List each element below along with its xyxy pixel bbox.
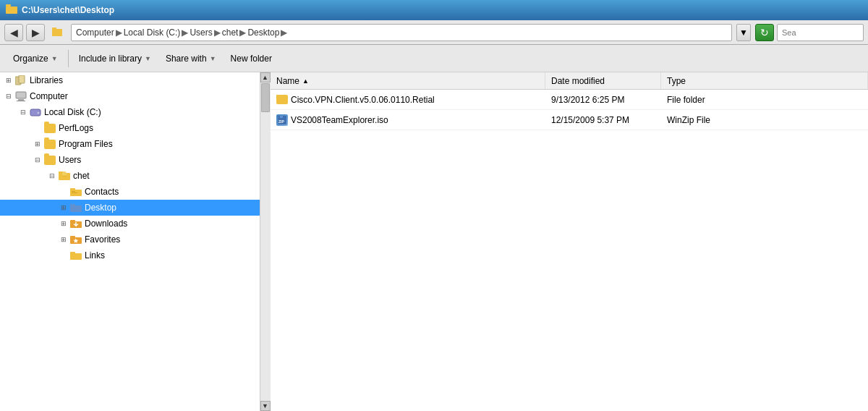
svg-rect-1 — [6, 4, 11, 7]
title-icon — [6, 4, 17, 17]
crumb-desktop[interactable]: Desktop — [247, 27, 279, 38]
share-with-button[interactable]: Share with ▼ — [158, 48, 224, 69]
share-with-arrow: ▼ — [210, 55, 216, 62]
svg-rect-21 — [70, 220, 75, 223]
expander-program-files[interactable]: ⊞ — [32, 138, 43, 150]
svg-rect-16 — [72, 191, 75, 192]
downloads-label: Downloads — [85, 219, 127, 229]
file-type-1: WinZip File — [661, 115, 868, 125]
sidebar-item-links[interactable]: ⊞ Links — [0, 247, 260, 263]
column-headers: Name ▲ Date modified Type — [271, 72, 868, 90]
expander-downloads[interactable]: ⊞ — [58, 218, 69, 229]
organize-button[interactable]: Organize ▼ — [6, 48, 65, 69]
svg-point-10 — [38, 111, 40, 114]
sidebar-item-computer[interactable]: ⊟ Computer — [0, 88, 260, 104]
title-bar: C:\Users\chet\Desktop — [0, 0, 868, 20]
expander-favorites[interactable]: ⊞ — [58, 234, 69, 245]
include-library-label: Include in library — [79, 54, 142, 64]
expander-computer[interactable]: ⊟ — [3, 90, 14, 102]
sidebar-item-users[interactable]: ⊟ Users — [0, 152, 260, 168]
crumb-chet[interactable]: chet — [222, 27, 239, 38]
program-files-label: Program Files — [59, 139, 113, 149]
expander-libraries[interactable]: ⊞ — [3, 75, 14, 86]
crumb-users[interactable]: Users — [190, 27, 212, 38]
sidebar-item-local-disk[interactable]: ⊟ Local Disk (C:) — [0, 104, 260, 120]
crumb-computer[interactable]: Computer — [76, 27, 114, 38]
new-folder-button[interactable]: New folder — [224, 48, 279, 69]
window-title: C:\Users\chet\Desktop — [22, 5, 114, 15]
program-files-icon — [43, 138, 56, 150]
svg-rect-17 — [72, 192, 77, 193]
include-library-button[interactable]: Include in library ▼ — [72, 48, 158, 69]
expander-chet[interactable]: ⊟ — [46, 170, 58, 182]
svg-rect-7 — [18, 99, 24, 101]
scroll-up-arrow[interactable]: ▲ — [260, 72, 271, 82]
chet-label: chet — [73, 171, 90, 181]
sidebar-item-contacts[interactable]: ⊞ Contacts — [0, 184, 260, 200]
file-panel: ▲ ▼ Name ▲ Date modified — [260, 72, 868, 411]
file-name-1: ZIP VS2008TeamExplorer.iso — [271, 114, 545, 126]
sidebar-item-perflogs[interactable]: ⊞ PerfLogs — [0, 120, 260, 136]
address-dropdown[interactable]: ▼ — [736, 24, 751, 41]
scroll-track[interactable] — [260, 82, 271, 401]
toolbar-divider-1 — [68, 50, 69, 67]
local-disk-icon — [29, 106, 42, 118]
search-input[interactable] — [777, 24, 864, 41]
refresh-button[interactable]: ↻ — [755, 24, 774, 41]
users-label: Users — [59, 155, 81, 165]
svg-rect-6 — [16, 92, 26, 98]
back-button[interactable]: ◀ — [4, 24, 23, 41]
file-name-label-0: Cisco.VPN.Client.v5.0.06.0110.Retial — [291, 95, 435, 105]
table-row[interactable]: ZIP VS2008TeamExplorer.iso 12/15/2009 5:… — [271, 110, 868, 130]
sidebar-item-program-files[interactable]: ⊞ Program Files — [0, 136, 260, 152]
forward-button[interactable]: ▶ — [26, 24, 45, 41]
file-name-0: Cisco.VPN.Client.v5.0.06.0110.Retial — [271, 95, 545, 105]
col-header-type[interactable]: Type — [661, 72, 868, 89]
file-type-0: File folder — [661, 95, 868, 105]
sidebar: ⊞ Libraries ⊟ Computer ⊟ — [0, 72, 260, 411]
scroll-down-arrow[interactable]: ▼ — [260, 401, 271, 411]
col-type-label: Type — [667, 76, 686, 86]
svg-rect-3 — [52, 27, 56, 30]
svg-rect-8 — [17, 101, 25, 101]
desktop-icon — [69, 202, 82, 213]
address-bar: ◀ ▶ Computer ▶ Local Disk (C:) ▶ Users ▶… — [0, 20, 868, 45]
col-name-label: Name — [276, 76, 299, 86]
file-rows: Cisco.VPN.Client.v5.0.06.0110.Retial 9/1… — [271, 90, 868, 411]
svg-rect-19 — [70, 204, 75, 207]
libraries-label: Libraries — [30, 75, 63, 85]
favorites-icon — [69, 234, 82, 245]
links-icon — [69, 250, 82, 261]
local-disk-label: Local Disk (C:) — [44, 107, 101, 117]
address-path[interactable]: Computer ▶ Local Disk (C:) ▶ Users ▶ che… — [71, 24, 732, 41]
svg-point-13 — [62, 171, 67, 176]
expander-local-disk[interactable]: ⊟ — [17, 106, 29, 118]
main-content: ⊞ Libraries ⊟ Computer ⊟ — [0, 72, 868, 411]
users-icon — [43, 154, 56, 166]
col-header-date[interactable]: Date modified — [545, 72, 661, 89]
scroll-thumb[interactable] — [261, 83, 270, 112]
col-header-name[interactable]: Name ▲ — [271, 72, 545, 89]
file-date-0: 9/13/2012 6:25 PM — [545, 95, 661, 105]
svg-rect-15 — [70, 188, 75, 191]
organize-label: Organize — [13, 54, 48, 64]
computer-icon — [14, 90, 27, 102]
expander-desktop[interactable]: ⊞ — [58, 202, 69, 213]
table-row[interactable]: Cisco.VPN.Client.v5.0.06.0110.Retial 9/1… — [271, 90, 868, 110]
crumb-local-disk[interactable]: Local Disk (C:) — [124, 27, 181, 38]
sidebar-item-downloads[interactable]: ⊞ Downloads — [0, 216, 260, 232]
sidebar-item-chet[interactable]: ⊟ chet — [0, 168, 260, 184]
sidebar-scrollbar[interactable]: ▲ ▼ — [260, 72, 271, 411]
expander-users[interactable]: ⊟ — [32, 154, 43, 166]
libraries-icon — [14, 75, 27, 86]
perflogs-label: PerfLogs — [59, 123, 93, 133]
recent-locations-icon[interactable] — [51, 25, 65, 40]
favorites-label: Favorites — [85, 234, 120, 245]
sidebar-item-libraries[interactable]: ⊞ Libraries — [0, 72, 260, 88]
chet-icon — [58, 170, 71, 182]
include-library-arrow: ▼ — [145, 55, 151, 62]
sidebar-item-favorites[interactable]: ⊞ Favorites — [0, 232, 260, 247]
sidebar-item-desktop[interactable]: ⊞ Desktop — [0, 200, 260, 216]
svg-rect-23 — [70, 236, 75, 239]
svg-rect-28 — [280, 116, 283, 118]
